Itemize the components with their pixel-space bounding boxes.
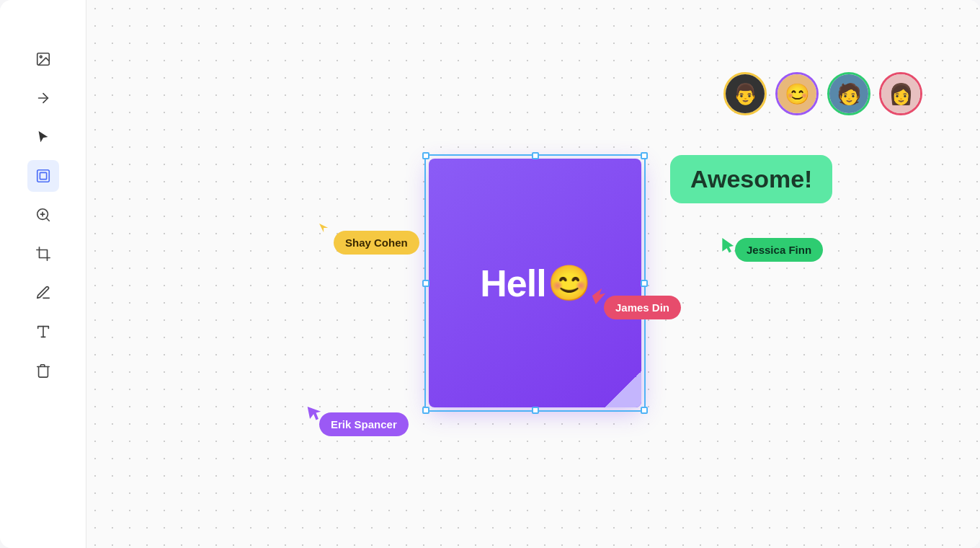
hello-card[interactable]: Hell😊 [429,159,641,407]
cursor-name-james: James Din [615,301,669,314]
frame-icon [35,168,51,184]
svg-rect-3 [37,170,49,182]
cursor-label-shay: Shay Cohen [334,231,419,255]
svg-point-1 [40,56,42,58]
svg-marker-14 [308,407,321,420]
text-tool[interactable] [27,316,59,348]
pen-icon [35,285,51,301]
image-tool[interactable] [27,43,59,75]
sidebar [0,0,86,548]
svg-marker-12 [722,238,734,252]
cursor-name-erik: Erik Spancer [331,418,397,430]
cursor-name-shay: Shay Cohen [345,237,408,249]
zoom-tool[interactable] [27,199,59,231]
handle-rm[interactable] [641,280,648,287]
svg-rect-4 [40,172,46,179]
frame-tool[interactable] [27,160,59,192]
text-icon [35,324,51,340]
zoom-icon [35,207,51,223]
awesome-bubble: Awesome! [670,155,832,203]
awesome-text: Awesome! [690,165,812,193]
avatars-bar: 👨 😊 🧑 👩 [723,72,922,115]
image-icon [35,51,51,67]
cursor-icon [35,129,51,145]
card-text: Hell [480,262,545,305]
cursor-label-jessica: Jessica Finn [735,238,823,262]
cursor-arrow-jessica [721,238,736,254]
avatar-james[interactable]: 👩 [879,72,922,115]
select-tool[interactable] [27,121,59,153]
cursor-label-james: James Din [604,296,681,319]
handle-tl[interactable] [422,152,429,159]
avatar-erik[interactable]: 👨 [723,72,767,115]
crop-tool[interactable] [27,238,59,270]
handle-br[interactable] [641,407,648,414]
cursor-arrow-shay [319,224,335,239]
crop-icon [35,246,51,262]
avatar-jessica[interactable]: 🧑 [827,72,870,115]
avatar-shay[interactable]: 😊 [775,72,819,115]
svg-marker-13 [592,288,606,304]
canvas[interactable]: 👨 😊 🧑 👩 Awesome! [86,0,980,548]
card-emoji: 😊 [548,263,590,304]
svg-marker-11 [319,224,328,232]
pen-tool[interactable] [27,277,59,309]
cursor-label-erik: Erik Spancer [319,412,409,436]
app-container: 👨 😊 🧑 👩 Awesome! [0,0,980,548]
handle-tr[interactable] [641,152,648,159]
arrow-tool[interactable] [27,82,59,114]
arrow-icon [35,90,51,106]
card-content: Hell😊 [480,262,589,305]
cursor-name-jessica: Jessica Finn [747,244,811,256]
handle-bm[interactable] [532,407,539,414]
handle-bl[interactable] [422,407,429,414]
delete-tool[interactable] [27,355,59,386]
svg-line-6 [46,218,49,221]
trash-icon [35,363,51,379]
